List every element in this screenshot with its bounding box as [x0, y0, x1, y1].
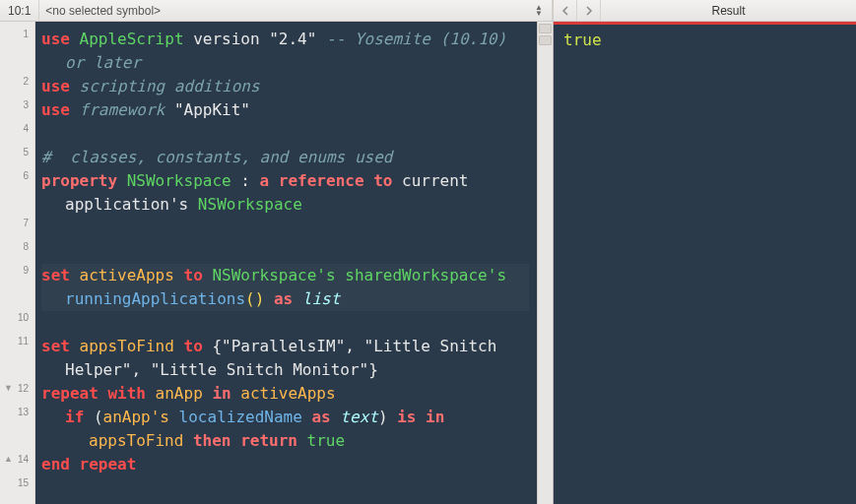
nav-arrows	[554, 0, 601, 21]
gutter-line: 2	[0, 69, 34, 93]
gutter-line: 13	[0, 400, 34, 423]
gutter: 123456789101112▼1314▲15	[0, 22, 35, 504]
gutter-line: 14▲	[0, 447, 34, 471]
fold-close-icon[interactable]: ▲	[4, 454, 13, 464]
gutter-line: 5	[0, 140, 34, 163]
gutter-line: 10	[0, 305, 34, 329]
nav-back-button[interactable]	[554, 0, 577, 21]
main-split: 123456789101112▼1314▲15 use AppleScript …	[0, 22, 856, 504]
gutter-line: 4	[0, 116, 34, 140]
gutter-line: 6	[0, 163, 34, 187]
gutter-line	[0, 352, 34, 376]
result-value: true	[554, 25, 856, 55]
navbar-left: 10:1 <no selected symbol> ▲▼	[0, 0, 553, 21]
gutter-line: 11	[0, 329, 34, 352]
gutter-line: 15	[0, 471, 34, 494]
updown-icon: ▲▼	[532, 5, 546, 17]
navbar-right: Result	[553, 0, 856, 21]
minimap-icons	[538, 22, 553, 47]
gutter-line	[0, 187, 34, 211]
symbol-popup-label: <no selected symbol>	[45, 4, 532, 18]
gutter-line	[0, 282, 34, 305]
gutter-line: 7	[0, 211, 34, 234]
cursor-position: 10:1	[0, 0, 38, 21]
gutter-line: 3	[0, 93, 34, 116]
minimap-block-icon	[539, 35, 552, 45]
gutter-line: 9	[0, 258, 34, 282]
gutter-line	[0, 45, 34, 69]
nav-forward-button[interactable]	[577, 0, 601, 21]
result-label: Result	[601, 0, 856, 21]
symbol-popup[interactable]: <no selected symbol> ▲▼	[38, 0, 553, 21]
minimap-scrollbar[interactable]	[537, 22, 553, 504]
editor-pane: 123456789101112▼1314▲15 use AppleScript …	[0, 22, 553, 504]
navigation-bar: 10:1 <no selected symbol> ▲▼ Result	[0, 0, 856, 22]
gutter-line	[0, 423, 34, 447]
fold-open-icon[interactable]: ▼	[4, 383, 13, 393]
gutter-line: 8	[0, 234, 34, 258]
gutter-line: 1	[0, 22, 34, 45]
result-pane: true	[554, 22, 856, 504]
minimap-block-icon	[539, 24, 552, 33]
code-editor[interactable]: use AppleScript version "2.4" -- Yosemit…	[35, 22, 537, 504]
gutter-line: 12▼	[0, 376, 34, 400]
